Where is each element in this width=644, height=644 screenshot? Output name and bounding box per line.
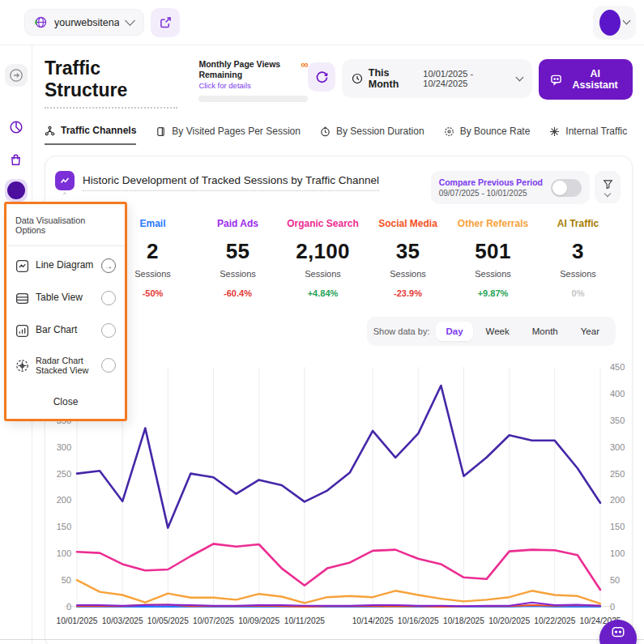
y-axis-label: 0 xyxy=(610,602,638,612)
y-axis-label: 450 xyxy=(610,362,638,372)
views-remaining-label: Monthly Page Views Remaining xyxy=(198,59,301,79)
granularity-week[interactable]: Week xyxy=(476,322,519,341)
stat-ai-traffic[interactable]: AI Traffic 3 Sessions 0% xyxy=(535,218,621,298)
radar-chart-icon xyxy=(15,359,29,373)
period-range: 10/01/2025 - 10/24/2025 xyxy=(423,69,511,88)
y-axis-label: 200 xyxy=(610,495,638,505)
granularity-month[interactable]: Month xyxy=(522,322,568,341)
y-axis-label: 100 xyxy=(49,548,71,558)
y-axis-label: 250 xyxy=(610,469,638,479)
arrow-right-circle-icon xyxy=(9,68,23,83)
tab-internal-traffic[interactable]: Internal Traffic xyxy=(549,126,627,144)
tab-traffic-channels[interactable]: Traffic Channels xyxy=(45,125,136,145)
stat-other-referrals[interactable]: Other Referrals 501 Sessions +9.87% xyxy=(450,218,535,298)
views-remaining-value: ∞ xyxy=(301,59,308,70)
granularity-day[interactable]: Day xyxy=(436,322,472,341)
pages-icon xyxy=(156,126,166,137)
line-diagram-icon xyxy=(15,259,29,273)
refresh-icon xyxy=(315,70,329,84)
radio-unselected xyxy=(101,358,116,373)
y-axis-label: 150 xyxy=(610,522,638,531)
y-axis-label: 50 xyxy=(49,575,71,585)
channel-stats-row: Email 2 Sessions -50% Paid Ads 55 Sessio… xyxy=(110,218,621,298)
bar-chart-icon xyxy=(15,324,29,338)
tab-label: Traffic Channels xyxy=(61,125,136,136)
compare-toggle[interactable] xyxy=(551,179,582,197)
data-visualisation-options-panel: Data Visualisation Options Line Diagram … xyxy=(4,202,127,421)
nodes-icon xyxy=(45,126,55,136)
funnel-icon xyxy=(603,179,613,190)
sidebar-item-store[interactable] xyxy=(5,148,28,171)
option-radar-chart[interactable]: Radar Chart Stacked View xyxy=(15,347,116,385)
ai-assistant-button[interactable]: AI Assistant xyxy=(539,59,633,100)
stat-paid-ads[interactable]: Paid Ads 55 Sessions -60.4% xyxy=(195,218,280,298)
tab-label: By Bounce Rate xyxy=(460,126,531,137)
top-bar: yourwebsitename.com xyxy=(0,0,644,45)
views-progress-bar xyxy=(198,96,308,102)
chevron-down-icon xyxy=(516,74,524,82)
ai-assistant-label: AI Assistant xyxy=(569,68,621,91)
page-header: Traffic Structure Monthly Page Views Rem… xyxy=(45,58,633,109)
pie-chart-icon xyxy=(9,120,23,134)
tab-label: By Visited Pages Per Session xyxy=(172,126,301,137)
stat-organic-search[interactable]: Organic Search 2,100 Sessions +4.84% xyxy=(280,218,365,298)
refresh-button[interactable] xyxy=(308,62,335,92)
y-axis-label: 300 xyxy=(610,442,638,452)
snowflake-icon xyxy=(549,126,560,137)
compare-label: Compare Previous Period xyxy=(439,177,543,187)
website-selector[interactable]: yourwebsitename.com xyxy=(24,9,144,36)
line-chart-badge-icon xyxy=(55,171,75,190)
period-label: This Month xyxy=(369,67,418,90)
sessions-line-chart: 0050501001001501502002002502503003003503… xyxy=(57,360,633,633)
stat-social-media[interactable]: Social Media 35 Sessions -23.9% xyxy=(365,218,450,298)
page-title: Traffic Structure xyxy=(45,58,177,109)
y-axis-label: 50 xyxy=(610,575,638,585)
panel-close-button[interactable]: Close xyxy=(15,393,116,411)
tab-by-session-duration[interactable]: By Session Duration xyxy=(320,126,424,144)
sidebar-item-visualisation[interactable] xyxy=(5,179,28,202)
y-axis-label: 100 xyxy=(610,548,638,558)
x-axis-label: 10/11/2025 xyxy=(274,616,335,625)
panel-divider xyxy=(6,245,125,246)
views-details-link[interactable]: Click for details xyxy=(198,81,308,90)
sessions-chart-card: ^ Historic Development of Tracked Sessio… xyxy=(45,156,633,644)
date-range-selector[interactable]: This Month 10/01/2025 - 10/24/2025 xyxy=(342,59,532,98)
tab-by-visited-pages[interactable]: By Visited Pages Per Session xyxy=(156,126,301,144)
chevron-down-icon xyxy=(604,190,611,196)
user-menu[interactable] xyxy=(593,6,636,40)
chat-icon xyxy=(611,625,625,640)
page-bottom-divider xyxy=(0,639,644,640)
chevron-down-icon xyxy=(623,17,631,25)
website-favicon-globe-icon xyxy=(35,16,47,28)
y-axis-label: 350 xyxy=(610,416,638,425)
filter-button[interactable] xyxy=(595,171,621,203)
view-tabs: Traffic Channels By Visited Pages Per Se… xyxy=(45,125,633,145)
y-axis-label: 150 xyxy=(49,522,71,531)
option-bar-chart[interactable]: Bar Chart xyxy=(15,314,116,347)
option-line-diagram[interactable]: Line Diagram → xyxy=(15,249,116,282)
radio-unselected xyxy=(101,291,116,305)
target-icon xyxy=(444,126,454,137)
collapse-caret-icon[interactable]: ^ xyxy=(63,191,66,198)
arrow-right-circle-icon: → xyxy=(101,258,116,273)
sidebar-item-analytics[interactable] xyxy=(5,116,28,139)
clock-icon xyxy=(352,73,363,84)
granularity-year[interactable]: Year xyxy=(571,322,609,341)
panel-title: Data Visualisation Options xyxy=(15,215,116,235)
y-axis-label: 300 xyxy=(49,442,71,452)
website-name: yourwebsitename.com xyxy=(54,17,119,28)
compare-range: 09/07/2025 - 10/01/2025 xyxy=(439,189,543,198)
chevron-down-icon xyxy=(125,15,135,26)
y-axis-label: 200 xyxy=(49,495,71,505)
y-axis-label: 400 xyxy=(610,389,638,399)
option-table-view[interactable]: Table View xyxy=(15,282,116,314)
stopwatch-icon xyxy=(320,126,331,137)
open-website-button[interactable] xyxy=(151,8,180,37)
table-view-icon xyxy=(15,292,29,305)
tab-label: Internal Traffic xyxy=(565,126,627,137)
tab-by-bounce-rate[interactable]: By Bounce Rate xyxy=(444,126,531,144)
tab-label: By Session Duration xyxy=(336,126,424,137)
show-data-by-control: Show data by: Day Week Month Year xyxy=(367,317,616,346)
radio-unselected xyxy=(101,323,116,338)
sidebar-collapse-button[interactable] xyxy=(5,64,28,87)
